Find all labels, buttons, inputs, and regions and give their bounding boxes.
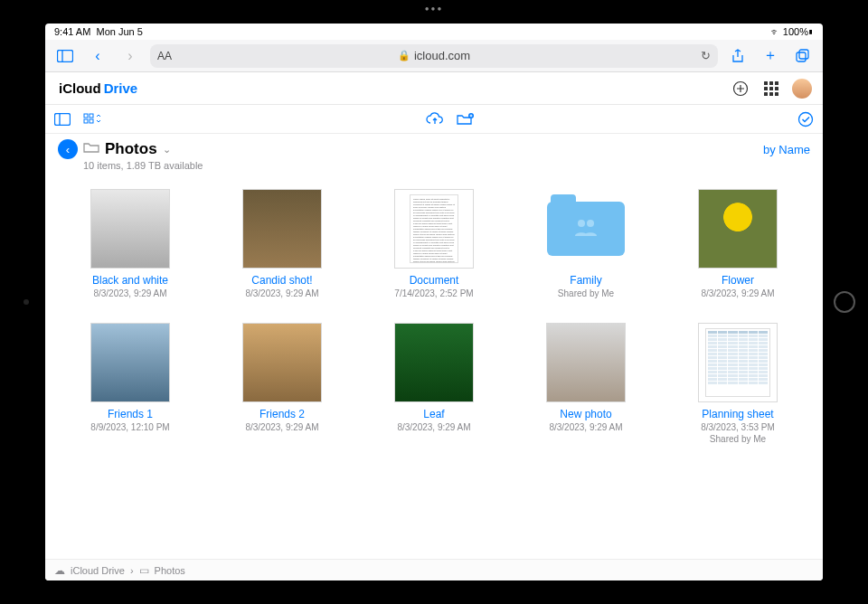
tabs-icon[interactable]: [790, 43, 816, 69]
file-meta: 8/3/2023, 9:29 AM: [701, 288, 774, 299]
folder-subtitle: 10 items, 1.89 TB available: [83, 160, 203, 171]
sort-button[interactable]: by Name: [763, 139, 810, 156]
drive-toolbar: [45, 105, 823, 134]
file-thumbnail[interactable]: [698, 323, 778, 402]
svg-rect-7: [84, 114, 88, 118]
share-icon[interactable]: [725, 43, 750, 69]
reader-aa-icon[interactable]: AA: [157, 50, 172, 62]
app-header: iCloud Drive: [45, 72, 823, 105]
brand-drive: Drive: [104, 80, 138, 96]
view-sidebar-icon[interactable]: [54, 113, 71, 126]
folder-small-icon: ▭: [139, 564, 149, 577]
chevron-down-icon[interactable]: ⌄: [163, 144, 171, 156]
file-meta-secondary: Shared by Me: [710, 433, 766, 445]
file-thumbnail[interactable]: [90, 323, 170, 402]
folder-name[interactable]: Photos: [105, 140, 157, 158]
brand[interactable]: iCloud Drive: [56, 80, 137, 96]
account-avatar[interactable]: [792, 79, 812, 99]
file-meta: 8/3/2023, 9:29 AM: [245, 421, 318, 433]
file-meta: 8/3/2023, 3:53 PM: [701, 421, 775, 433]
file-thumbnail[interactable]: [90, 189, 170, 269]
file-meta: 8/3/2023, 9:29 AM: [549, 421, 622, 433]
svg-rect-8: [90, 114, 93, 118]
file-item[interactable]: Friends 28/3/2023, 9:29 AM: [215, 323, 349, 445]
home-button[interactable]: [834, 291, 855, 313]
file-grid: Black and white8/3/2023, 9:29 AMCandid s…: [45, 173, 823, 559]
folder-icon: [83, 141, 99, 157]
file-thumbnail[interactable]: Lorem ipsum dolor sit amet consectetur a…: [394, 189, 474, 269]
file-item[interactable]: Leaf8/3/2023, 9:29 AM: [367, 323, 501, 445]
file-thumbnail[interactable]: [546, 189, 626, 269]
file-item[interactable]: Candid shot!8/3/2023, 9:29 AM: [215, 189, 349, 299]
battery-icon: ▮: [808, 26, 814, 37]
apps-grid-icon[interactable]: [761, 79, 781, 99]
add-icon[interactable]: [731, 79, 750, 99]
sidebar-toggle-icon[interactable]: [52, 43, 78, 69]
svg-rect-9: [84, 119, 88, 123]
folder-title-row: ‹ Photos ⌄ 10 items, 1.89 TB available b…: [45, 134, 823, 173]
brand-icloud: iCloud: [59, 80, 101, 96]
svg-point-12: [799, 112, 813, 126]
file-thumbnail[interactable]: [242, 189, 322, 269]
file-meta: 8/3/2023, 9:29 AM: [397, 421, 470, 433]
file-name[interactable]: Family: [570, 274, 601, 287]
status-date: Mon Jun 5: [96, 26, 142, 37]
select-icon[interactable]: [797, 111, 814, 127]
safari-toolbar: ‹ › AA 🔒 icloud.com ↻ ＋: [45, 40, 823, 72]
file-meta: 8/3/2023, 9:29 AM: [245, 288, 318, 299]
file-thumbnail[interactable]: [242, 323, 322, 402]
new-folder-icon[interactable]: [457, 112, 475, 127]
file-name[interactable]: Black and white: [92, 274, 168, 287]
file-name[interactable]: New photo: [560, 408, 611, 420]
file-thumbnail[interactable]: [394, 323, 474, 402]
file-name[interactable]: Document: [410, 274, 459, 287]
svg-rect-10: [90, 119, 93, 123]
new-tab-icon[interactable]: ＋: [758, 43, 783, 69]
camera-dot: [24, 299, 29, 305]
url-text: icloud.com: [414, 49, 470, 62]
url-bar[interactable]: AA 🔒 icloud.com ↻: [150, 44, 718, 68]
svg-point-13: [578, 220, 585, 227]
status-time: 9:41 AM: [54, 26, 90, 37]
file-meta: 8/3/2023, 9:29 AM: [93, 288, 166, 299]
file-meta: 7/14/2023, 2:52 PM: [394, 288, 473, 299]
back-icon[interactable]: ‹: [85, 43, 110, 69]
cloud-icon: ☁: [54, 564, 65, 577]
view-mode-icon[interactable]: [83, 113, 103, 126]
svg-point-14: [587, 220, 594, 227]
file-name[interactable]: Candid shot!: [251, 274, 312, 287]
file-item[interactable]: FamilyShared by Me: [519, 189, 653, 299]
wifi-icon: ᯤ: [770, 26, 780, 37]
forward-icon: ›: [118, 43, 143, 69]
file-thumbnail[interactable]: [546, 323, 626, 402]
reload-icon[interactable]: ↻: [701, 49, 711, 62]
svg-rect-3: [799, 50, 808, 59]
file-item[interactable]: Friends 18/9/2023, 12:10 PM: [63, 323, 197, 445]
svg-rect-0: [58, 50, 73, 61]
file-item[interactable]: Black and white8/3/2023, 9:29 AM: [63, 189, 197, 299]
svg-rect-2: [797, 52, 806, 61]
breadcrumb-root[interactable]: iCloud Drive: [71, 565, 125, 576]
file-meta: 8/9/2023, 12:10 PM: [90, 421, 169, 433]
file-item[interactable]: New photo8/3/2023, 9:29 AM: [519, 323, 653, 445]
file-item[interactable]: Lorem ipsum dolor sit amet consectetur a…: [367, 189, 501, 299]
file-thumbnail[interactable]: [698, 189, 778, 269]
file-name[interactable]: Friends 2: [259, 408, 305, 420]
file-name[interactable]: Flower: [722, 274, 754, 287]
status-bar: 9:41 AM Mon Jun 5 ●●● ᯤ 100%▮: [45, 24, 823, 40]
back-button[interactable]: ‹: [58, 139, 78, 159]
file-meta: Shared by Me: [558, 288, 614, 299]
file-item[interactable]: Planning sheet8/3/2023, 3:53 PMShared by…: [671, 323, 805, 445]
file-name[interactable]: Leaf: [423, 408, 444, 420]
file-item[interactable]: Flower8/3/2023, 9:29 AM: [671, 189, 805, 299]
file-name[interactable]: Planning sheet: [702, 408, 773, 420]
battery-label: 100%: [783, 26, 808, 37]
file-name[interactable]: Friends 1: [108, 408, 153, 420]
svg-rect-5: [55, 113, 71, 125]
breadcrumb: ☁ iCloud Drive › ▭ Photos: [45, 559, 823, 580]
breadcrumb-leaf[interactable]: Photos: [155, 565, 185, 576]
upload-icon[interactable]: [426, 112, 444, 127]
lock-icon: 🔒: [398, 50, 410, 61]
